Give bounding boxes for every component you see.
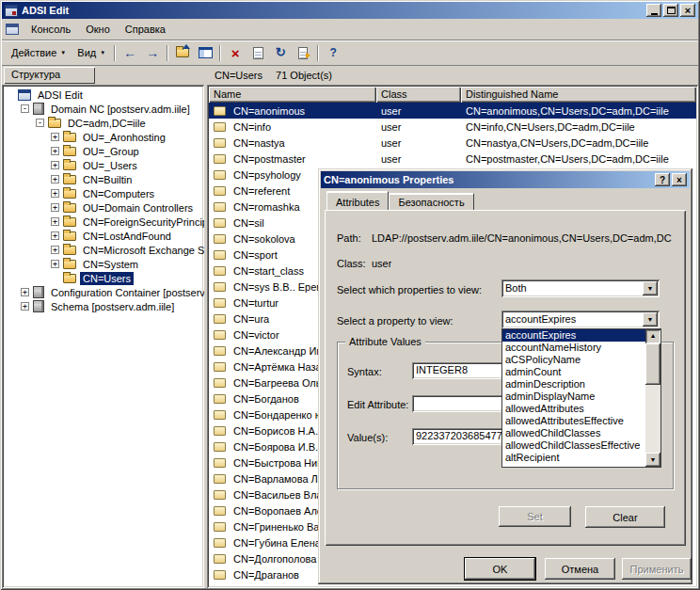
expand-plus-icon[interactable]: + bbox=[51, 260, 59, 268]
dialog-help-button[interactable]: ? bbox=[655, 173, 670, 186]
dropdown-item[interactable]: allowedAttributes bbox=[502, 403, 645, 415]
menu-window[interactable]: Окно bbox=[78, 20, 118, 39]
menu-help[interactable]: Справка bbox=[118, 20, 173, 39]
tree-item[interactable]: +CN=Computers bbox=[3, 186, 204, 200]
tree-item[interactable]: +OU=_Aronhosting bbox=[3, 130, 204, 144]
tree-item[interactable]: CN=Users bbox=[3, 271, 204, 285]
dropdown-item[interactable]: accountNameHistory bbox=[502, 342, 645, 354]
show-console-tree-button[interactable] bbox=[194, 43, 216, 63]
tree-item[interactable]: -DC=adm,DC=iile bbox=[3, 116, 204, 130]
ok-button[interactable]: OK bbox=[465, 558, 535, 580]
refresh-button[interactable]: ↻ bbox=[269, 43, 292, 63]
property-combobox[interactable]: accountExpires ▼ bbox=[501, 311, 660, 328]
dropdown-item[interactable]: aCSPolicyName bbox=[502, 354, 645, 366]
chevron-down-icon[interactable]: ▼ bbox=[643, 281, 658, 295]
tree-item[interactable]: +CN=Microsoft Exchange Sy bbox=[3, 243, 204, 257]
expand-plus-icon[interactable]: + bbox=[51, 175, 59, 183]
dialog-close-button[interactable]: × bbox=[672, 173, 687, 186]
tree-item-label[interactable]: OU=_Users bbox=[80, 159, 140, 172]
tree-item-label[interactable]: Schema [postserv.adm.iile] bbox=[48, 300, 177, 313]
tree-item[interactable]: +CN=System bbox=[3, 257, 204, 271]
tree-item-label[interactable]: OU=_Group bbox=[80, 145, 142, 158]
properties-button[interactable] bbox=[247, 43, 269, 63]
properties-view-combobox[interactable]: Both ▼ bbox=[501, 279, 660, 297]
cancel-button[interactable]: Отмена bbox=[545, 558, 615, 580]
view-menu-button[interactable]: Вид ▼ bbox=[72, 44, 111, 61]
tree-item[interactable]: +Schema [postserv.adm.iile] bbox=[3, 299, 204, 313]
expand-plus-icon[interactable]: + bbox=[51, 161, 59, 169]
export-list-button[interactable] bbox=[292, 43, 314, 63]
expand-plus-icon[interactable]: + bbox=[51, 231, 59, 240]
tree-item-label[interactable]: CN=Builtin bbox=[80, 173, 135, 186]
tree-item[interactable]: -Domain NC [postserv.adm.iile] bbox=[3, 102, 204, 116]
tree-item-label[interactable]: Configuration Container [postserv... bbox=[48, 286, 204, 299]
dropdown-item[interactable]: adminDisplayName bbox=[502, 391, 645, 403]
scrollbar-thumb[interactable] bbox=[645, 343, 660, 385]
structure-tab[interactable]: Структура bbox=[4, 67, 95, 84]
clear-button[interactable]: Clear bbox=[585, 506, 665, 528]
tree-item-label[interactable]: OU=Domain Controllers bbox=[80, 201, 196, 215]
tree-item-label[interactable]: ADSI Edit bbox=[35, 88, 86, 102]
expand-plus-icon[interactable]: + bbox=[51, 246, 59, 254]
tree-item-label[interactable]: CN=Computers bbox=[80, 187, 157, 200]
tree-item-label[interactable]: OU=_Aronhosting bbox=[80, 131, 168, 144]
tree-item[interactable]: +OU=Domain Controllers bbox=[3, 200, 204, 215]
scroll-down-icon[interactable]: ▼ bbox=[645, 453, 660, 467]
table-row[interactable]: CN=infouserCN=info,CN=Users,DC=adm,DC=ii… bbox=[209, 119, 696, 135]
dialog-titlebar[interactable]: CN=anonimous Properties ? × bbox=[321, 171, 690, 188]
collapse-minus-icon[interactable]: - bbox=[21, 104, 29, 113]
table-row[interactable]: CN=anonimoususerCN=anonimous,CN=Users,DC… bbox=[209, 103, 696, 119]
tree-item-label[interactable]: CN=System bbox=[80, 258, 141, 271]
tree-item[interactable]: +CN=LostAndFound bbox=[3, 229, 204, 243]
expand-plus-icon[interactable]: + bbox=[21, 288, 29, 296]
action-menu-button[interactable]: Действие ▼ bbox=[6, 44, 72, 61]
forward-button[interactable]: → bbox=[141, 43, 164, 63]
tab-attributes[interactable]: Attributes bbox=[326, 191, 389, 210]
tree-item[interactable]: +CN=ForeignSecurityPrincipa bbox=[3, 215, 204, 229]
dropdown-item[interactable]: allowedChildClassesEffective bbox=[502, 439, 645, 452]
expand-plus-icon[interactable]: + bbox=[51, 147, 59, 155]
apply-button[interactable]: Применить bbox=[622, 558, 692, 580]
expand-plus-icon[interactable]: + bbox=[51, 133, 59, 141]
tree-item-label[interactable]: CN=LostAndFound bbox=[80, 230, 174, 243]
help-button[interactable]: ? bbox=[322, 43, 344, 63]
dropdown-item[interactable]: accountExpires bbox=[502, 329, 645, 342]
dropdown-item[interactable]: adminDescription bbox=[502, 378, 645, 391]
expand-plus-icon[interactable]: + bbox=[21, 302, 29, 311]
maximize-button[interactable] bbox=[663, 4, 678, 17]
back-button[interactable]: ← bbox=[119, 43, 141, 63]
tree-item-label[interactable]: CN=ForeignSecurityPrincipa bbox=[80, 215, 204, 229]
table-row[interactable]: CN=nastyauserCN=nastya,CN=Users,DC=adm,D… bbox=[209, 135, 696, 151]
minimize-button[interactable] bbox=[646, 4, 661, 17]
menu-console[interactable]: Консоль bbox=[24, 20, 78, 39]
column-header-class[interactable]: Class bbox=[376, 87, 461, 103]
table-row[interactable]: CN=postmasteruserCN=postmaster,CN=Users,… bbox=[209, 151, 696, 167]
tree-item[interactable]: +OU=_Group bbox=[3, 144, 204, 158]
expand-plus-icon[interactable]: + bbox=[51, 203, 59, 212]
column-header-distinguished-name[interactable]: Distinguished Name bbox=[461, 87, 696, 103]
scroll-up-icon[interactable]: ▼ bbox=[645, 329, 660, 343]
tree-item-label[interactable]: CN=Microsoft Exchange Sy bbox=[80, 244, 204, 257]
up-one-level-button[interactable] bbox=[171, 43, 194, 63]
dropdown-item[interactable]: allowedChildClasses bbox=[502, 427, 645, 439]
close-button[interactable]: × bbox=[680, 4, 695, 17]
dropdown-scrollbar[interactable]: ▼ ▼ bbox=[645, 329, 660, 467]
dropdown-item[interactable]: allowedAttributesEffective bbox=[502, 415, 645, 427]
delete-button[interactable]: × bbox=[224, 43, 247, 63]
window-titlebar[interactable]: ADSI Edit × bbox=[2, 2, 698, 19]
chevron-down-icon[interactable]: ▼ bbox=[643, 312, 658, 327]
expand-plus-icon[interactable]: + bbox=[51, 217, 59, 226]
tree-item-label[interactable]: DC=adm,DC=iile bbox=[65, 117, 149, 130]
column-header-name[interactable]: Name bbox=[209, 87, 376, 103]
tree-item[interactable]: +OU=_Users bbox=[3, 158, 204, 172]
set-button[interactable]: Set bbox=[499, 506, 571, 527]
tree-item[interactable]: +CN=Builtin bbox=[3, 172, 204, 186]
tab-security[interactable]: Безопасность bbox=[389, 193, 473, 210]
tree-item-label[interactable]: Domain NC [postserv.adm.iile] bbox=[48, 103, 193, 116]
dropdown-item[interactable]: adminCount bbox=[502, 366, 645, 378]
tree-item[interactable]: +Configuration Container [postserv... bbox=[3, 285, 204, 299]
dropdown-item[interactable]: altRecipient bbox=[502, 452, 645, 464]
tree-item[interactable]: ADSI Edit bbox=[3, 88, 204, 102]
expand-plus-icon[interactable]: + bbox=[51, 189, 59, 198]
tree-item-label[interactable]: CN=Users bbox=[80, 272, 134, 285]
